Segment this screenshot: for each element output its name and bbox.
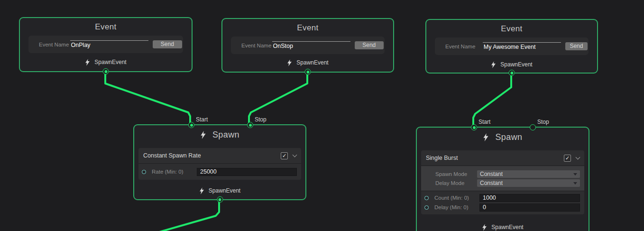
spawnevent-output-port[interactable] [509, 70, 515, 76]
block-enabled-checkbox-icon[interactable] [564, 155, 571, 162]
property-row-delay: Delay (Min: 0) [421, 203, 584, 212]
lightning-bolt-icon [287, 59, 292, 66]
event-name-input[interactable] [483, 42, 561, 50]
spawnevent-output-port[interactable] [217, 196, 223, 203]
stop-input-port[interactable] [530, 124, 536, 130]
node-title: Spawn [212, 130, 239, 140]
start-port-label: Start [478, 119, 490, 125]
delay-mode-label: Delay Mode [435, 180, 477, 186]
edge-onplay-to-start[interactable] [105, 72, 190, 124]
delay-label: Delay (Min: 0) [434, 204, 479, 210]
send-button[interactable]: Send [565, 42, 588, 50]
edge-spawn-output[interactable] [156, 200, 219, 231]
spawnevent-output-label: SpawnEvent [491, 224, 523, 231]
event-name-input[interactable] [272, 41, 350, 49]
block-constant-spawn-rate[interactable]: Constant Spawn Rate Rate (Min: 0) [138, 148, 301, 180]
delay-mode-value: Constant [480, 180, 503, 186]
count-label: Count (Min: 0) [434, 195, 479, 201]
spawnevent-output-port[interactable] [103, 68, 109, 74]
spawn-mode-dropdown[interactable]: Constant [477, 170, 580, 178]
event-name-label: Event Name [241, 43, 272, 48]
delay-mode-dropdown[interactable]: Constant [477, 179, 580, 187]
node-title: Event [20, 18, 192, 32]
lightning-bolt-icon [482, 224, 487, 231]
rate-input[interactable] [197, 168, 297, 176]
event-name-label: Event Name [445, 44, 483, 49]
count-property-port[interactable] [424, 196, 429, 200]
spawnevent-output-port[interactable] [305, 69, 311, 75]
stop-port-label: Stop [255, 116, 267, 123]
setting-row-spawn-mode: Spawn Mode Constant [421, 169, 584, 178]
node-spawn-constant[interactable]: Start Stop Spawn Constant Spawn Rate Rat… [133, 124, 306, 200]
event-settings-panel: Event Name Send [435, 37, 589, 55]
chevron-down-icon[interactable] [293, 152, 297, 157]
spawnevent-output-label: SpawnEvent [500, 61, 532, 68]
start-port-label: Start [196, 116, 208, 123]
event-settings-panel: Event Name Send [231, 37, 385, 54]
node-title: Event [426, 20, 597, 34]
spawnevent-output-label: SpawnEvent [209, 187, 240, 194]
node-event-onplay[interactable]: Event Event Name Send SpawnEvent [19, 17, 193, 72]
setting-row-delay-mode: Delay Mode Constant [421, 178, 584, 187]
spawn-mode-value: Constant [480, 171, 503, 177]
block-title: Constant Spawn Rate [143, 152, 281, 159]
event-name-input[interactable] [70, 40, 148, 48]
send-button[interactable]: Send [355, 41, 384, 49]
block-title: Single Burst [426, 155, 564, 161]
start-input-port[interactable] [471, 124, 477, 130]
stop-port-label: Stop [537, 119, 549, 125]
start-input-port[interactable] [188, 122, 194, 128]
delay-input[interactable] [479, 203, 580, 212]
dropdown-caret-icon [573, 182, 577, 185]
lightning-bolt-icon [483, 133, 489, 141]
node-event-onstop[interactable]: Event Event Name Send SpawnEvent [221, 18, 394, 73]
lightning-bolt-icon [491, 61, 496, 68]
node-spawn-burst[interactable]: Start Stop Spawn Single Burst Spawn Mode… [416, 127, 589, 231]
node-title: Spawn [495, 132, 522, 142]
spawnevent-output-label: SpawnEvent [94, 59, 126, 65]
node-event-custom[interactable]: Event Event Name Send SpawnEvent [425, 19, 598, 74]
lightning-bolt-icon [199, 187, 204, 194]
dropdown-caret-icon [573, 173, 577, 176]
property-row-rate: Rate (Min: 0) [138, 167, 301, 176]
rate-label: Rate (Min: 0) [152, 169, 197, 175]
delay-property-port[interactable] [424, 205, 429, 210]
count-input[interactable] [479, 194, 580, 202]
spawn-mode-label: Spawn Mode [435, 171, 477, 177]
chevron-down-icon[interactable] [576, 155, 580, 159]
node-title: Event [222, 19, 393, 33]
block-enabled-checkbox-icon[interactable] [281, 152, 288, 159]
property-row-count: Count (Min: 0) [421, 193, 584, 203]
send-button[interactable]: Send [153, 40, 182, 48]
rate-property-port[interactable] [142, 170, 146, 174]
stop-input-port[interactable] [247, 122, 253, 128]
graph-canvas[interactable]: Event Event Name Send SpawnEvent Event E… [0, 0, 644, 231]
lightning-bolt-icon [200, 131, 206, 139]
block-single-burst[interactable]: Single Burst Spawn Mode Constant Delay M… [421, 150, 584, 214]
spawnevent-output-label: SpawnEvent [296, 59, 328, 66]
event-name-label: Event Name [39, 42, 70, 47]
event-settings-panel: Event Name Send [28, 36, 183, 53]
lightning-bolt-icon [85, 59, 90, 66]
